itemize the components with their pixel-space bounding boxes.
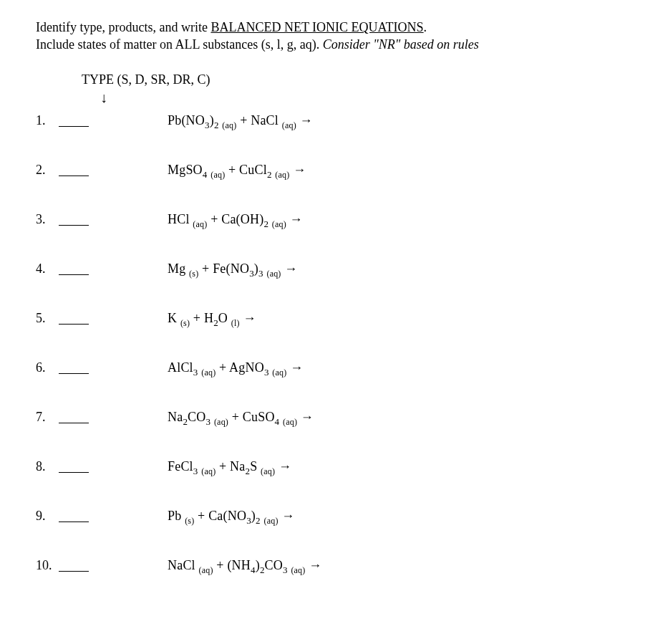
type-blank[interactable] xyxy=(59,512,89,522)
problem-row: 1.Pb(NO3)2 (aq) + NaCl (aq) → xyxy=(36,113,632,128)
equation: HCl (aq) + Ca(OH)2 (aq) → xyxy=(168,212,303,227)
arrow-right-icon: → xyxy=(290,212,303,226)
equation: MgSO4 (aq) + CuCl2 (aq) → xyxy=(168,163,306,178)
problem-row: 5.K (s) + H2O (l) → xyxy=(36,311,632,326)
type-blank[interactable] xyxy=(59,117,89,127)
problem-row: 3.HCl (aq) + Ca(OH)2 (aq) → xyxy=(36,212,632,227)
type-blank[interactable] xyxy=(59,413,89,423)
type-header: TYPE (S, D, SR, DR, C) xyxy=(82,72,632,87)
problem-number: 2. xyxy=(36,163,59,178)
instruction-line1-underline: BALANCED NET IONIC EQUATIONS xyxy=(210,20,423,34)
problem-number: 6. xyxy=(36,360,59,375)
problems-list: 1.Pb(NO3)2 (aq) + NaCl (aq) →2.MgSO4 (aq… xyxy=(36,113,632,607)
problem-number: 8. xyxy=(36,459,59,474)
problem-number: 9. xyxy=(36,509,59,524)
arrow-right-icon: → xyxy=(309,558,321,572)
problem-number: 4. xyxy=(36,261,59,277)
type-blank[interactable] xyxy=(59,364,89,374)
problem-number: 7. xyxy=(36,410,59,425)
problem-number: 1. xyxy=(36,113,59,128)
arrow-right-icon: → xyxy=(279,459,291,474)
arrow-right-icon: → xyxy=(290,360,303,375)
equation: Pb (s) + Ca(NO3)2 (aq) → xyxy=(168,509,294,524)
equation: K (s) + H2O (l) → xyxy=(168,311,256,326)
type-blank[interactable] xyxy=(59,166,89,176)
problem-row: 2.MgSO4 (aq) + CuCl2 (aq) → xyxy=(36,163,632,178)
arrow-right-icon: → xyxy=(300,113,313,128)
equation: FeCl3 (aq) + Na2S (aq) → xyxy=(168,459,291,474)
equation: AlCl3 (aq) + AgNO3 (aq) → xyxy=(168,360,303,375)
problem-row: 10.NaCl (aq) + (NH4)2CO3 (aq) → xyxy=(36,558,632,573)
instruction-line1-suffix: . xyxy=(424,20,427,34)
instruction-line2-prefix: Include states of matter on ALL substanc… xyxy=(36,37,323,52)
arrow-down-icon: ↓ xyxy=(100,90,632,105)
equation: Mg (s) + Fe(NO3)3 (aq) → xyxy=(168,261,297,277)
arrow-right-icon: → xyxy=(284,261,297,276)
problem-number: 5. xyxy=(36,311,59,326)
problem-row: 9.Pb (s) + Ca(NO3)2 (aq) → xyxy=(36,509,632,524)
instruction-line2-italic: Consider "NR" based on rules xyxy=(323,37,479,52)
equation: Na2CO3 (aq) + CuSO4 (aq) → xyxy=(168,410,314,425)
type-blank[interactable] xyxy=(59,265,89,275)
type-blank[interactable] xyxy=(59,314,89,325)
problem-row: 7.Na2CO3 (aq) + CuSO4 (aq) → xyxy=(36,410,632,425)
arrow-right-icon: → xyxy=(281,509,294,523)
problem-row: 8.FeCl3 (aq) + Na2S (aq) → xyxy=(36,459,632,474)
problem-number: 3. xyxy=(36,212,59,227)
equation: Pb(NO3)2 (aq) + NaCl (aq) → xyxy=(168,113,313,128)
instructions-block: Identify type, products, and write BALAN… xyxy=(36,19,632,54)
type-blank[interactable] xyxy=(59,562,89,572)
problem-row: 4.Mg (s) + Fe(NO3)3 (aq) → xyxy=(36,261,632,277)
equation: NaCl (aq) + (NH4)2CO3 (aq) → xyxy=(168,558,321,573)
type-blank[interactable] xyxy=(59,216,89,226)
type-blank[interactable] xyxy=(59,463,89,473)
problem-row: 6.AlCl3 (aq) + AgNO3 (aq) → xyxy=(36,360,632,375)
arrow-right-icon: → xyxy=(301,410,314,424)
arrow-right-icon: → xyxy=(243,311,256,325)
instruction-line1-prefix: Identify type, products, and write xyxy=(36,20,210,34)
problem-number: 10. xyxy=(36,558,59,573)
arrow-right-icon: → xyxy=(293,163,306,177)
